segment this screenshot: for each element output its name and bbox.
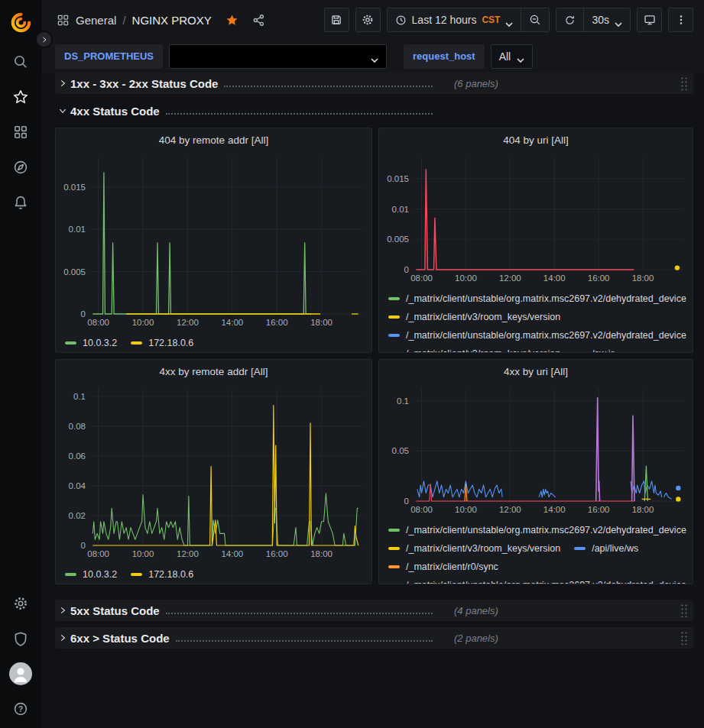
- row-panel-count: (2 panels): [454, 633, 498, 644]
- user-avatar: [9, 662, 32, 685]
- legend-item[interactable]: /_matrix/client/v3/room_keys/version: [388, 539, 560, 558]
- chart-404-by-uri[interactable]: 08:0010:0012:0014:0016:0018:0000.0050.01…: [379, 151, 693, 288]
- sidebar-item-search[interactable]: [0, 44, 41, 79]
- clock-icon: [395, 15, 407, 26]
- row-title: 4xx Status Code: [70, 105, 160, 118]
- legend-label: /_matrix/client/unstable/org.matrix.msc2…: [406, 576, 686, 584]
- panel-title[interactable]: 4xx by uri [All]: [379, 360, 693, 383]
- panel-legend: 10.0.3.2172.18.0.6: [56, 332, 371, 353]
- chart-4xx-by-remote-addr[interactable]: 08:0010:0012:0014:0016:0018:0000.020.040…: [56, 383, 371, 564]
- row-drag-handle[interactable]: [680, 76, 687, 90]
- panel-grid-row-2: 4xx by remote addr [All] 08:0010:0012:00…: [55, 359, 693, 584]
- tv-mode-button[interactable]: [637, 8, 662, 32]
- refresh-button[interactable]: [556, 8, 583, 31]
- legend-swatch: [388, 584, 400, 584]
- favorite-star-button[interactable]: [225, 14, 238, 27]
- row-header-6xx[interactable]: 6xx > Status Code (2 panels): [55, 627, 693, 649]
- time-range-label: Last 12 hours: [412, 14, 477, 26]
- legend-item[interactable]: /_matrix/client/v3/room_keys/version: [388, 308, 560, 326]
- grafana-app: ? General / NGINX PROXY: [0, 0, 704, 728]
- legend-item[interactable]: /_matrix/client/unstable/org.matrix.msc2…: [388, 521, 686, 539]
- sidebar-item-dashboards[interactable]: [0, 115, 41, 150]
- chart-svg: 08:0010:0012:0014:0016:0018:0000.020.040…: [56, 383, 371, 561]
- sidebar-item-alerting[interactable]: [0, 185, 41, 220]
- svg-text:14:00: 14:00: [221, 549, 243, 558]
- legend-swatch: [65, 573, 76, 576]
- svg-text:10:00: 10:00: [455, 505, 477, 514]
- chart-4xx-by-uri[interactable]: 08:0010:0012:0014:0016:0018:0000.050.1: [379, 383, 693, 519]
- sidebar-item-explore[interactable]: [0, 150, 41, 185]
- sidebar-item-starred[interactable]: [0, 79, 41, 115]
- legend-label: /_matrix/client/unstable/org.matrix.msc2…: [406, 290, 686, 308]
- svg-text:12:00: 12:00: [177, 318, 199, 327]
- legend-item[interactable]: 10.0.3.2: [65, 565, 117, 584]
- svg-text:08:00: 08:00: [87, 318, 109, 327]
- chart-404-by-remote-addr[interactable]: 08:0010:0012:0014:0016:0018:0000.0050.01…: [56, 151, 371, 332]
- panel-title[interactable]: 404 by remote addr [All]: [56, 128, 371, 151]
- save-icon: [330, 14, 342, 26]
- legend-item[interactable]: /_matrix/client/v3/room_keys/version: [388, 345, 560, 353]
- chart-svg: 08:0010:0012:0014:0016:0018:0000.0050.01…: [379, 151, 693, 285]
- legend-item[interactable]: /_matrix/client/unstable/org.matrix.msc2…: [388, 326, 686, 345]
- row-header-1xx-3xx-2xx[interactable]: 1xx - 3xx - 2xx Status Code (6 panels): [55, 73, 693, 94]
- sidebar-item-profile[interactable]: [0, 656, 41, 691]
- legend-swatch: [131, 341, 142, 345]
- sidebar-item-server-admin[interactable]: [0, 621, 41, 656]
- legend-item[interactable]: /_matrix/client/r0/sync: [388, 558, 498, 576]
- svg-text:08:00: 08:00: [87, 549, 109, 558]
- save-dashboard-button[interactable]: [324, 8, 349, 32]
- row-drag-handle[interactable]: [680, 631, 687, 645]
- zoom-out-time-button[interactable]: [521, 8, 549, 31]
- kebab-menu-button[interactable]: [668, 8, 693, 32]
- legend-item[interactable]: 172.18.0.6: [131, 334, 193, 352]
- legend-item[interactable]: 172.18.0.6: [131, 565, 193, 584]
- server-admin-shield-icon: [13, 631, 28, 646]
- sidebar-item-help[interactable]: ?: [0, 691, 41, 726]
- row-drag-handle[interactable]: [680, 603, 687, 617]
- legend-item[interactable]: /_matrix/client/unstable/org.matrix.msc2…: [388, 290, 686, 308]
- zoom-out-icon: [529, 14, 541, 26]
- panel-title[interactable]: 404 by uri [All]: [379, 128, 693, 151]
- dashboards-grid-icon: [57, 14, 70, 27]
- svg-text:?: ?: [18, 705, 23, 713]
- svg-text:16:00: 16:00: [588, 273, 610, 283]
- svg-text:16:00: 16:00: [266, 318, 288, 327]
- svg-text:12:00: 12:00: [177, 549, 199, 558]
- dashboard-content: 1xx - 3xx - 2xx Status Code (6 panels) 4…: [41, 73, 704, 728]
- row-header-4xx[interactable]: 4xx Status Code: [55, 100, 693, 121]
- svg-text:0: 0: [404, 265, 409, 274]
- legend-swatch: [388, 334, 400, 337]
- request-host-variable-label[interactable]: request_host: [404, 44, 485, 69]
- configuration-gear-icon: [13, 596, 28, 611]
- datasource-variable-select[interactable]: [169, 44, 387, 69]
- svg-text:16:00: 16:00: [588, 505, 610, 514]
- breadcrumb: General / NGINX PROXY: [57, 14, 265, 27]
- panel-title[interactable]: 4xx by remote addr [All]: [56, 360, 371, 383]
- datasource-variable-label[interactable]: DS_PROMETHEUS: [55, 44, 163, 69]
- dashboard-settings-button[interactable]: [355, 8, 381, 32]
- star-filled-icon: [225, 14, 238, 27]
- refresh-interval-picker[interactable]: 30s: [583, 8, 630, 31]
- sidebar-item-configuration[interactable]: [0, 586, 41, 621]
- svg-text:0.08: 0.08: [69, 422, 86, 431]
- time-range-picker[interactable]: Last 12 hours CST: [388, 8, 521, 31]
- refresh-interval-label: 30s: [592, 14, 609, 26]
- row-header-5xx[interactable]: 5xx Status Code (4 panels): [55, 600, 693, 621]
- svg-text:16:00: 16:00: [266, 549, 288, 558]
- svg-text:0.005: 0.005: [63, 267, 86, 277]
- legend-item[interactable]: /api/live/ws: [574, 539, 638, 558]
- svg-text:12:00: 12:00: [499, 505, 521, 514]
- breadcrumb-section[interactable]: General: [76, 14, 116, 27]
- request-host-variable-select[interactable]: All: [491, 44, 534, 69]
- legend-item[interactable]: 10.0.3.2: [65, 334, 117, 352]
- dashboard-title[interactable]: NGINX PROXY: [132, 14, 212, 27]
- alerting-bell-icon: [13, 195, 28, 210]
- sidebar-expand-button[interactable]: [35, 31, 53, 48]
- sidebar-bottom: ?: [0, 586, 41, 728]
- legend-item[interactable]: /_matrix/client/unstable/org.matrix.msc2…: [388, 576, 686, 584]
- legend-item[interactable]: /sw.js: [574, 345, 615, 353]
- share-button[interactable]: [252, 14, 265, 27]
- legend-label: 10.0.3.2: [83, 565, 117, 584]
- chevron-down-icon: [615, 22, 622, 28]
- variables-submenu: DS_PROMETHEUS request_host All: [41, 40, 704, 73]
